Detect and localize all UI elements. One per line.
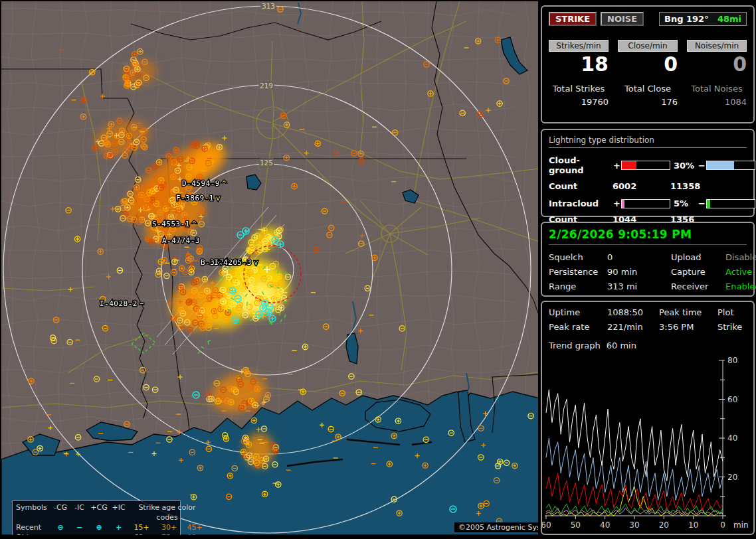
legend-symbol: ⊕	[88, 522, 110, 532]
legend-symbol: ⊕	[88, 532, 110, 535]
status-value: 90 min	[607, 267, 671, 277]
series-cg-positive	[546, 473, 723, 510]
trend-panel: Uptime1088:50Peak timePlotPeak rate221/m…	[541, 301, 755, 535]
status-grid: Squelch0UploadDisabledPersistence90 minC…	[549, 252, 747, 291]
rate-badge: Noises/min	[687, 40, 747, 52]
rate-badge: Close/min	[618, 40, 678, 52]
legend-row-label: Old	[16, 532, 50, 535]
rate-column: Strikes/min18Total Strikes19760	[549, 40, 609, 107]
trend-window-value: 60 min	[607, 341, 636, 350]
stat-label: Peak rate	[549, 322, 607, 332]
series-total-strikes	[546, 390, 723, 481]
legend-symbol: −	[70, 522, 88, 532]
svg-text:40: 40	[600, 520, 610, 530]
strike-button[interactable]: STRIKE	[549, 12, 597, 26]
distribution-title: Lightning type distribution	[549, 135, 747, 148]
legend-symbol: +	[110, 532, 128, 535]
lake	[501, 37, 527, 74]
legend-symbol: −	[70, 532, 88, 535]
negative-bar	[706, 199, 755, 208]
stat-value: 221/min	[607, 322, 659, 332]
svg-text:min: min	[733, 520, 749, 530]
rate-badge: Strikes/min	[549, 40, 609, 52]
distribution-row: Intracloud+5%−7%	[549, 198, 747, 208]
storm-cell-label: F-3869-1v	[176, 194, 221, 202]
stat-value: Strike	[717, 322, 747, 332]
minus-sign: −	[698, 161, 706, 171]
legend-age-code: 45+	[183, 522, 207, 532]
svg-text:50: 50	[571, 520, 581, 530]
map-legend: Symbols-CG-IC+CG+ICStrike age color code…	[12, 501, 181, 535]
type-label: Cloud-ground	[549, 155, 613, 175]
legend-symbol: ⊖	[50, 532, 70, 535]
series-ic-positive	[546, 508, 723, 514]
status-value: 313 mi	[607, 281, 671, 291]
svg-text:20: 20	[727, 473, 737, 482]
status-label: Range	[549, 281, 607, 291]
positive-percent: 5%	[670, 198, 698, 208]
status-value: Active	[725, 267, 756, 277]
status-value: Enabled	[725, 281, 756, 291]
rate-column: Noises/min0Total Noises1084	[687, 40, 747, 107]
type-label: Intracloud	[549, 198, 613, 208]
bearing-distance: 48mi	[717, 14, 741, 24]
ring-label: 125	[260, 159, 273, 167]
storm-cell-label: A-4774-3	[162, 236, 200, 245]
stat-value: Plot	[717, 307, 747, 317]
status-label: Persistence	[549, 267, 607, 277]
ring-label: 313	[262, 2, 275, 11]
positive-percent: 30%	[670, 161, 698, 171]
nexstorm-app: { "panel": { "strike_btn": "STRIKE", "no…	[0, 0, 756, 539]
noise-button[interactable]: NOISE	[601, 12, 644, 26]
rate-value: 18	[549, 54, 609, 75]
total-label: Total Noises	[687, 84, 747, 94]
distribution-row: Cloud-ground+30%−57%	[549, 155, 747, 175]
total-value: 176	[618, 97, 678, 107]
legend-header: +IC	[110, 502, 128, 522]
trend-graph-row: Trend graph 60 min	[549, 341, 747, 350]
status-value: 0	[607, 252, 671, 262]
legend-header: -IC	[70, 502, 88, 522]
series-ic-negative	[546, 504, 723, 514]
strike-stats-panel: STRIKE NOISE Bng 192° 48mi Strikes/min18…	[541, 5, 755, 123]
copyright-label: ©2005 Astrogenic Systems	[454, 522, 538, 532]
rate-columns: Strikes/min18Total Strikes19760Close/min…	[549, 40, 747, 107]
legend-symbol: ⊖	[50, 522, 70, 532]
negative-count: 11358	[670, 181, 747, 191]
legend-age-code: 30+	[155, 522, 183, 532]
stat-label: 3:56 PM	[659, 322, 717, 332]
count-row: Count600211358	[549, 181, 747, 191]
svg-text:60: 60	[542, 520, 551, 530]
rate-value: 0	[618, 54, 678, 75]
plus-sign: +	[613, 161, 621, 171]
rate-value: 0	[687, 54, 747, 75]
distribution-panel: Lightning type distribution Cloud-ground…	[541, 129, 755, 217]
legend-header: Symbols	[16, 502, 50, 522]
storm-cell-label: I-4028-2−	[100, 299, 144, 308]
svg-text:40: 40	[727, 433, 737, 443]
series-close-strikes	[546, 487, 723, 516]
status-value: Disabled	[725, 252, 756, 262]
legend-header: -CG	[50, 502, 70, 522]
positive-count: 6002	[613, 181, 670, 191]
lightning-map[interactable]: 31321912531D-4594-9^F-3869-1vS-4553-1^A-…	[1, 1, 538, 535]
map-canvas[interactable]: 31321912531D-4594-9^F-3869-1vS-4553-1^A-…	[1, 1, 538, 535]
legend-age-code: 90+	[183, 532, 207, 535]
trend-chart: 204060806050403020100min	[542, 355, 753, 534]
stat-label: Uptime	[549, 307, 607, 317]
uptime-stats-grid: Uptime1088:50Peak timePlotPeak rate221/m…	[549, 307, 747, 332]
status-label: Receiver	[671, 281, 725, 291]
positive-bar	[621, 161, 670, 170]
stat-label: Peak time	[659, 307, 717, 317]
status-label: Capture	[671, 267, 725, 277]
datetime-display: 2/26/2026 9:05:19 PM	[549, 228, 747, 245]
svg-text:30: 30	[629, 520, 639, 530]
legend-age-code: 15+	[128, 522, 155, 532]
plus-sign: +	[613, 198, 621, 208]
legend-header: +CG	[88, 502, 110, 522]
legend-age-code: 75+	[155, 532, 183, 535]
trend-graph-label: Trend graph	[549, 341, 601, 350]
bearing-label: Bng 192°	[664, 14, 709, 24]
status-panel: 2/26/2026 9:05:19 PM Squelch0UploadDisab…	[541, 222, 755, 297]
svg-text:60: 60	[727, 395, 737, 404]
